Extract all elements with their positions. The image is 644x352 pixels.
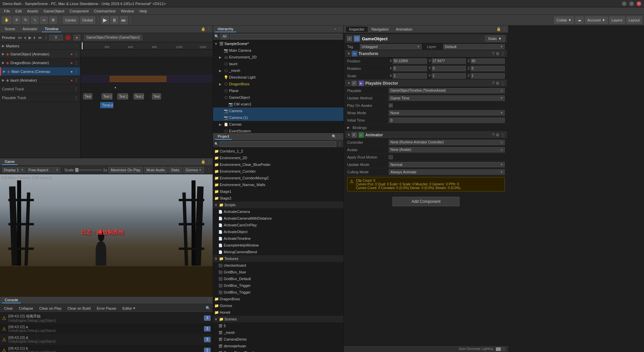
console-clear-on-build-btn[interactable]: Clear on Build [65,306,93,311]
timeline-more-icon[interactable]: ⋮ [207,27,211,31]
add-component-btn[interactable]: Add Component [392,197,460,206]
track-playable-more[interactable]: ⋮ [74,95,78,100]
hierarchy-search-input[interactable] [230,34,342,39]
scale-slider[interactable] [75,169,102,171]
console-clear-btn[interactable]: Clear [1,306,15,311]
transform-help-icon[interactable]: ? [492,51,494,56]
console-clear-on-play-btn[interactable]: Clear on Play [37,306,64,311]
gizmos-btn[interactable]: Gizmos ▼ [183,167,204,173]
timeline-next-end-btn[interactable]: ⏭ [38,35,42,40]
proj-examplehelp[interactable]: 📄 ExampleHelpWindow [213,242,343,249]
tab-hierarchy[interactable]: Hierarchy [215,26,236,32]
hier-cmvcam1[interactable]: 📷 CM vcam1 [213,101,343,107]
menu-window[interactable]: Window [118,8,137,14]
timeline-next-btn[interactable]: ⏵ [33,35,37,40]
game-lock-icon[interactable]: 🔒 [201,160,206,164]
rotation-y[interactable]: 0 [432,66,466,71]
tab-game[interactable]: Game [2,159,17,165]
hier-plane[interactable]: ⬡ Plane [213,87,343,94]
text-clip-0[interactable]: Text [83,93,93,99]
hier-eventsystem[interactable]: ⬡ EventSystem [213,128,343,133]
timeline-add-track-btn[interactable]: + [73,35,80,40]
static-dropdown-btn[interactable]: Static ▼ [485,36,505,42]
animator-settings-icon[interactable]: ⚙ [496,133,499,137]
camera-clip[interactable] [110,76,166,82]
hier-dragonboss[interactable]: ▶ ⬡ DragonBoss [213,81,343,87]
rotation-x[interactable]: 0 [393,66,427,71]
pivot-btn[interactable]: Center [63,16,78,24]
proj-corridors[interactable]: 📁 Corridors_1_2 [213,148,343,155]
game-more-icon[interactable]: ⋮ [207,160,211,164]
tab-timeline[interactable]: Timeline [42,26,61,32]
track-control[interactable]: Control Track ⋮ [0,85,80,93]
menu-edit[interactable]: Edit [13,8,24,14]
hier-env2d[interactable]: ▶ 🗂 Environment_2D [213,54,343,60]
transform-section-header[interactable]: ▼ ⇔ Transform ? ⚙ ⋮ [345,50,507,57]
hier-maincamera[interactable]: 📷 Main Camera [213,47,343,54]
scale-tool-btn[interactable]: ⤡ [31,16,39,24]
menu-gameobject[interactable]: GameObject [41,8,67,14]
proj-checker[interactable]: ⬛ checkerboard [213,262,343,269]
tab-inspector[interactable]: Inspector [346,27,368,32]
proj-scenes-folder[interactable]: ▼ 📁 Scenes [213,316,343,322]
proj-activatecam[interactable]: 📄 ActivateCamera [213,208,343,215]
tab-project[interactable]: Project [215,134,232,140]
pause-btn[interactable]: ⏸ [110,16,118,24]
timeline-play-clip[interactable]: TimeLine_Play [100,102,113,108]
menu-assets[interactable]: Assets [24,8,41,14]
project-search-input[interactable] [220,141,336,147]
tab-navigation[interactable]: Navigation [368,27,392,32]
console-row-1[interactable]: ⚠ [08:43:22] a UnityEngine.Debug:Log(Obj… [0,323,213,334]
proj-env-clear[interactable]: 📁 Environment_Clear_BluePeder [213,161,343,168]
hierarchy-add-icon[interactable]: + [334,27,336,31]
hier-taunt[interactable]: ⬡ taunt [213,60,343,67]
position-x[interactable]: 50.12909 [393,58,427,64]
cloud-btn[interactable]: ☁ [575,16,584,24]
console-row-0[interactable]: ⚠ [08:43:22] 动画开始 UnityEngine.Debug:Log(… [0,313,213,323]
track-gameobject-more[interactable]: ⋮ [74,52,78,56]
hier-camera1[interactable]: 📷 Camera (1) [213,114,343,121]
rotate-tool-btn[interactable]: ↻ [22,16,30,24]
tag-dropdown[interactable]: Untagged ▼ [360,44,422,49]
track-maincamera[interactable]: ▶ ◈ Main Camera (Cinemac ● ⋮ [0,67,80,76]
timeline-frame-input[interactable]: 0 [49,35,63,40]
inspector-more-icon[interactable]: ⋮ [502,27,506,31]
hierarchy-filter-all[interactable]: All [220,34,229,39]
hier-canvas[interactable]: ▶ 📋 Canvas [213,121,343,128]
text-clip-3[interactable]: Text (3) [133,93,144,99]
update-method-dropdown[interactable]: Game Time ▼ [389,95,505,101]
markers-more-icon[interactable]: ⋮ [74,44,78,48]
proj-env2d[interactable]: 📁 Environment_2D [213,155,343,161]
console-row-3[interactable]: ⚠ [08:43:21] b UnityEngine.Debug:Log(Obj… [0,345,213,352]
menu-help[interactable]: Help [137,8,150,14]
track-playable[interactable]: Playable Track ⋮ [0,93,80,102]
mute-btn[interactable]: Mute Audio [144,167,167,173]
account-btn[interactable]: Account ▼ [585,16,608,24]
console-more-icon[interactable]: ⋮ [207,298,211,302]
proj-mixingcamblend[interactable]: 📄 MixingCameraBlend [213,249,343,255]
timeline-lock-icon[interactable]: 🔒 [201,27,206,31]
console-error-pause-btn[interactable]: Error Pause [94,306,119,311]
text-clip-2[interactable]: Text (2) [117,93,128,99]
proj-gridbox-trigger2[interactable]: ⬛ GridBox_Trigger [213,289,343,296]
proj-scene-mesh[interactable]: 🎬 _mesh [213,329,343,336]
tab-console[interactable]: Console [2,297,21,303]
taunt-clip[interactable] [115,87,116,88]
scale-x[interactable]: 1 [393,73,427,79]
transform-more-icon[interactable]: ⋮ [501,51,505,56]
proj-activatecamwdist[interactable]: 📄 ActivateCameraWithDistance [213,215,343,222]
playable-director-checkbox[interactable]: ✓ [352,81,357,86]
markers-track[interactable]: ▶ Markers ⋮ [0,42,80,50]
text-clip-4[interactable]: Text [152,93,161,99]
proj-env-narrow[interactable]: 📁 Environment_Narrow_Walls [213,181,343,188]
hand-tool-btn[interactable]: ✋ [2,16,11,24]
menu-component[interactable]: Component [67,8,91,14]
pd-help-icon[interactable]: ? [492,81,494,86]
apply-root-motion-checkbox[interactable] [389,155,393,159]
aspect-dropdown[interactable]: Free Aspect ▼ [27,167,60,173]
hier-mesh[interactable]: ▶ ⬡ _mesh [213,67,343,74]
layers-btn[interactable]: Layers [609,16,625,24]
inspector-active-checkbox[interactable]: ✓ [347,36,352,41]
proj-activatetl[interactable]: 📄 ActivateTimeline [213,235,343,242]
track-dragonboss-more[interactable]: ⋮ [74,60,78,65]
